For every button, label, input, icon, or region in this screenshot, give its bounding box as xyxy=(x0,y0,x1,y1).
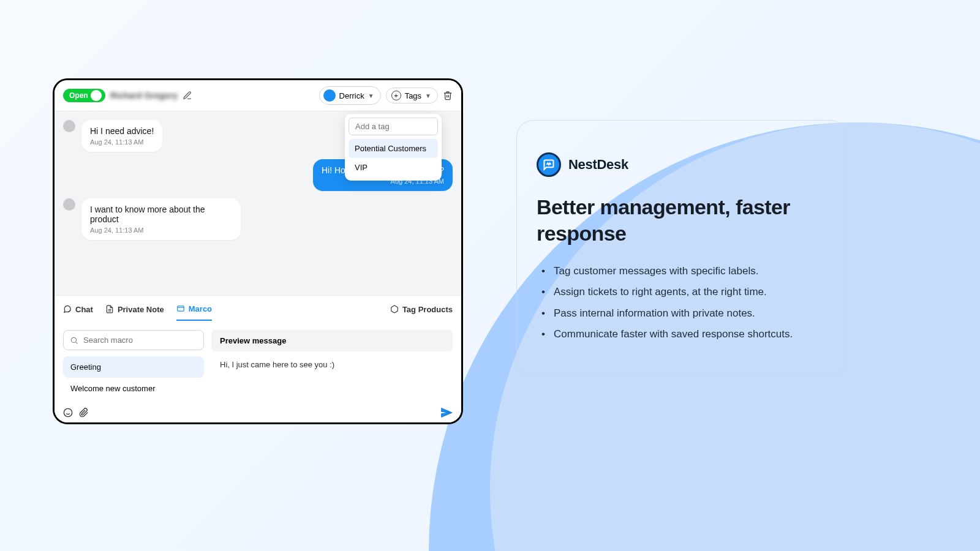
tag-products-label: Tag Products xyxy=(402,305,453,314)
svg-point-3 xyxy=(71,337,76,342)
chat-window: Open Richard Gregory Derrick ▼ + Tags ▼ … xyxy=(53,78,463,424)
message-text: I want to know more about the product xyxy=(90,204,232,224)
svg-point-5 xyxy=(64,408,72,416)
tab-chat[interactable]: Chat xyxy=(63,299,93,320)
svg-line-4 xyxy=(76,342,78,343)
composer-footer xyxy=(55,402,461,424)
brand-logo xyxy=(537,152,561,177)
search-icon xyxy=(70,336,78,345)
customer-avatar xyxy=(63,120,75,132)
composer: Chat Private Note Marco Tag Products xyxy=(55,295,461,424)
tag-input[interactable] xyxy=(349,118,438,135)
send-button[interactable] xyxy=(440,407,453,419)
feature-list: Tag customer messages with specific labe… xyxy=(537,261,827,345)
composer-tabs: Chat Private Note Marco Tag Products xyxy=(55,296,461,323)
tag-option-potential-customers[interactable]: Potential Customers xyxy=(349,139,438,158)
tab-marco[interactable]: Marco xyxy=(176,298,212,321)
search-macro[interactable] xyxy=(63,330,204,350)
edit-icon[interactable] xyxy=(183,91,192,100)
chevron-down-icon: ▼ xyxy=(368,92,374,99)
customer-name: Richard Gregory xyxy=(110,91,178,100)
macro-list-panel: Greeting Welcome new customer xyxy=(63,330,204,399)
note-icon xyxy=(105,305,114,313)
message-bubble: I want to know more about the product Au… xyxy=(81,198,241,240)
box-icon xyxy=(390,305,399,313)
feature-item: Communicate faster with saved response s… xyxy=(541,324,827,345)
attachment-icon[interactable] xyxy=(79,408,89,418)
agent-name: Derrick xyxy=(339,91,364,100)
status-label: Open xyxy=(69,91,88,100)
brand: NestDesk xyxy=(537,152,827,177)
emoji-icon[interactable] xyxy=(63,408,73,418)
composer-main: Greeting Welcome new customer Preview me… xyxy=(55,323,461,402)
tags-label: Tags xyxy=(405,91,421,100)
chevron-down-icon: ▼ xyxy=(425,92,431,99)
message-time: Aug 24, 11:13 AM xyxy=(90,138,154,146)
tab-label: Chat xyxy=(75,305,93,314)
tab-private-note[interactable]: Private Note xyxy=(105,299,164,320)
headline: Better management, faster response xyxy=(537,194,827,246)
brand-name: NestDesk xyxy=(568,157,628,173)
customer-avatar xyxy=(63,198,75,211)
svg-rect-2 xyxy=(178,306,184,311)
status-open-toggle[interactable]: Open xyxy=(63,89,105,102)
info-card: NestDesk Better management, faster respo… xyxy=(516,120,847,377)
trash-icon[interactable] xyxy=(443,91,453,100)
message-row: I want to know more about the product Au… xyxy=(63,198,453,240)
agent-avatar xyxy=(323,89,336,102)
preview-panel: Preview message Hi, I just came here to … xyxy=(211,330,453,399)
marco-icon xyxy=(176,304,185,313)
feature-item: Assign tickets to right agents, at the r… xyxy=(541,282,827,302)
tag-dropdown: Potential Customers VIP xyxy=(345,114,442,181)
feature-item: Pass internal information with private n… xyxy=(541,303,827,324)
search-macro-input[interactable] xyxy=(83,335,197,345)
message-bubble: Hi I need advice! Aug 24, 11:13 AM xyxy=(81,120,162,152)
tab-label: Private Note xyxy=(118,305,164,314)
preview-header: Preview message xyxy=(211,330,453,351)
message-text: Hi I need advice! xyxy=(90,126,154,136)
feature-item: Tag customer messages with specific labe… xyxy=(541,261,827,282)
message-time: Aug 24, 11:13 AM xyxy=(90,227,232,234)
tab-label: Marco xyxy=(189,304,212,313)
chat-icon xyxy=(63,305,72,313)
tags-select[interactable]: + Tags ▼ xyxy=(386,88,438,103)
tag-option-vip[interactable]: VIP xyxy=(349,158,438,177)
agent-select[interactable]: Derrick ▼ xyxy=(319,86,381,105)
macro-welcome-new-customer[interactable]: Welcome new customer xyxy=(63,378,204,399)
plus-circle-icon: + xyxy=(391,91,401,100)
tag-products-button[interactable]: Tag Products xyxy=(390,305,453,314)
macro-greeting[interactable]: Greeting xyxy=(63,356,204,378)
preview-body: Hi, I just came here to see you :) xyxy=(211,351,453,378)
chat-body: Hi I need advice! Aug 24, 11:13 AM Hi! H… xyxy=(55,111,461,295)
chat-header: Open Richard Gregory Derrick ▼ + Tags ▼ xyxy=(55,80,461,111)
